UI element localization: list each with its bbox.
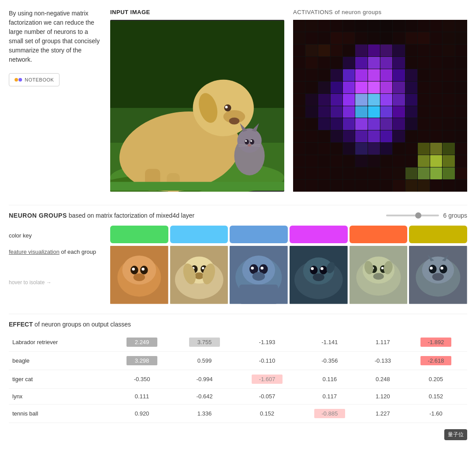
feature-img-5[interactable] bbox=[409, 245, 467, 305]
activation-cell bbox=[380, 82, 392, 93]
activation-cell bbox=[305, 130, 317, 142]
activation-cell bbox=[393, 69, 405, 81]
activation-cell bbox=[405, 180, 417, 192]
activation-cell bbox=[368, 106, 380, 118]
activation-cell bbox=[293, 167, 305, 179]
activation-cell bbox=[293, 45, 305, 56]
cell-value: 0.920 bbox=[111, 404, 173, 423]
activation-cell bbox=[331, 143, 342, 155]
svg-point-71 bbox=[373, 273, 383, 279]
feature-img-4[interactable] bbox=[350, 245, 408, 305]
activation-cell bbox=[305, 106, 317, 118]
activation-cell bbox=[443, 20, 454, 32]
activation-cell bbox=[455, 167, 467, 179]
slider-container: 6 groups bbox=[386, 212, 467, 219]
effect-table: Labrador retriever2.2493.755-1.193-1.141… bbox=[9, 333, 467, 423]
activation-cell bbox=[405, 32, 417, 44]
table-row: tennis ball0.9201.3360.152-0.8851.227-1.… bbox=[9, 404, 467, 423]
activation-cell bbox=[455, 82, 467, 93]
cell-value: 3.298 bbox=[111, 351, 173, 370]
activation-cell bbox=[318, 130, 330, 142]
activation-cell bbox=[331, 82, 342, 93]
activation-cell bbox=[430, 69, 442, 81]
activation-cell bbox=[318, 57, 330, 69]
svg-point-8 bbox=[229, 118, 240, 125]
activation-cell bbox=[405, 45, 417, 56]
feature-viz-link[interactable]: feature visualization bbox=[9, 249, 60, 255]
feature-img-0[interactable] bbox=[110, 245, 168, 305]
svg-rect-54 bbox=[239, 285, 278, 304]
table-row: tiger cat-0.350-0.994-1.6070.1160.2480.2… bbox=[9, 370, 467, 388]
activation-cell bbox=[355, 57, 367, 69]
activation-cell bbox=[430, 32, 442, 44]
description-panel: By using non-negative matrix factorizati… bbox=[9, 9, 101, 192]
activation-cell bbox=[405, 57, 417, 69]
activation-cell bbox=[355, 155, 367, 167]
hover-label: hover to isolate → bbox=[9, 279, 52, 286]
activation-cell bbox=[455, 20, 467, 32]
activation-cell bbox=[418, 94, 430, 106]
activation-cell bbox=[305, 94, 317, 106]
svg-point-78 bbox=[439, 265, 447, 274]
activation-cell bbox=[318, 45, 330, 56]
slider-thumb[interactable] bbox=[415, 212, 421, 219]
cell-value: 0.152 bbox=[236, 404, 298, 423]
activation-cell bbox=[318, 155, 330, 167]
activation-cell bbox=[331, 20, 342, 32]
activation-cell bbox=[293, 82, 305, 93]
effect-title: EFFECT of neuron groups on output classe… bbox=[9, 321, 467, 328]
cell-value: -0.057 bbox=[236, 388, 298, 404]
activation-cell bbox=[455, 45, 467, 56]
activation-cell bbox=[380, 20, 392, 32]
activation-cell bbox=[380, 32, 392, 44]
cell-value: -1.193 bbox=[236, 333, 298, 352]
cell-value: 2.249 bbox=[111, 333, 173, 352]
feature-img-2[interactable] bbox=[230, 245, 288, 305]
activation-cell bbox=[430, 155, 442, 167]
activation-cell bbox=[305, 20, 317, 32]
activations-grid bbox=[293, 20, 467, 192]
activation-cell bbox=[405, 130, 417, 142]
activation-cell bbox=[343, 57, 355, 69]
groups-slider[interactable] bbox=[386, 215, 439, 216]
cell-value: 1.227 bbox=[361, 404, 405, 423]
activation-cell bbox=[418, 82, 430, 93]
activation-cell bbox=[393, 94, 405, 106]
activation-cell bbox=[405, 94, 417, 106]
activation-cell bbox=[355, 20, 367, 32]
svg-point-22 bbox=[248, 144, 251, 147]
activation-cell bbox=[455, 57, 467, 69]
activation-cell bbox=[430, 57, 442, 69]
activation-cell bbox=[305, 69, 317, 81]
row-label: tiger cat bbox=[9, 370, 111, 388]
svg-point-42 bbox=[202, 267, 204, 269]
activation-cell bbox=[418, 167, 430, 179]
activation-cell bbox=[368, 69, 380, 81]
activation-cell bbox=[455, 180, 467, 192]
feature-img-3[interactable] bbox=[290, 245, 348, 305]
activation-cell bbox=[318, 167, 330, 179]
activation-cell bbox=[318, 82, 330, 93]
activation-cell bbox=[455, 69, 467, 81]
input-image-title: INPUT IMAGE bbox=[110, 9, 284, 15]
activation-cell bbox=[380, 130, 392, 142]
activation-cell bbox=[430, 118, 442, 130]
activation-cell bbox=[293, 143, 305, 155]
cell-value: 0.111 bbox=[111, 388, 173, 404]
activation-cell bbox=[368, 82, 380, 93]
svg-point-35 bbox=[134, 274, 145, 282]
input-image-section: INPUT IMAGE bbox=[110, 9, 284, 192]
notebook-button[interactable]: NOTEBOOK bbox=[9, 73, 60, 86]
feature-img-1[interactable] bbox=[170, 245, 228, 305]
activation-cell bbox=[380, 155, 392, 167]
activation-cell bbox=[355, 94, 367, 106]
groups-labels-column: color key feature visualization of each … bbox=[9, 226, 110, 305]
cell-value: -0.642 bbox=[173, 388, 236, 404]
svg-point-81 bbox=[432, 273, 444, 281]
svg-point-52 bbox=[261, 267, 264, 270]
cell-value: -0.885 bbox=[298, 404, 361, 423]
cell-value: -1.607 bbox=[236, 370, 298, 388]
svg-point-20 bbox=[245, 140, 247, 142]
activation-cell bbox=[443, 82, 454, 93]
activation-cell bbox=[318, 69, 330, 81]
